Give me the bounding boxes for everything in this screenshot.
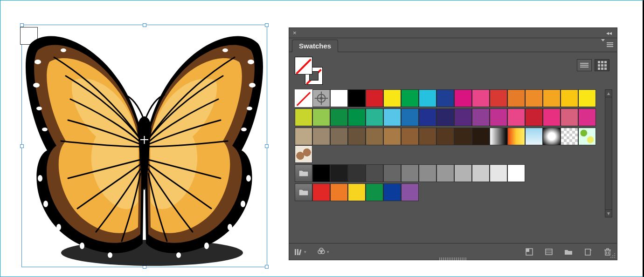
swatch-brown3[interactable] <box>366 128 383 145</box>
swatch-gray45[interactable] <box>419 164 436 182</box>
collapse-icon[interactable]: ◂◂ <box>605 30 613 36</box>
panel-topbar[interactable]: × ◂◂ <box>289 28 617 38</box>
swatch-red[interactable] <box>366 89 383 107</box>
panel-scrollbar[interactable]: ▲ ▼ <box>605 89 612 217</box>
swatch-gray80[interactable] <box>348 164 366 182</box>
swatch-white2[interactable] <box>507 164 525 182</box>
swatch-br-orange[interactable] <box>330 183 348 201</box>
swatch-rose[interactable] <box>472 89 490 107</box>
swatch-red3[interactable] <box>525 108 543 126</box>
swatch-amber[interactable] <box>543 89 561 107</box>
swatch-brown2[interactable] <box>348 128 366 145</box>
panel-body: ▲ ▼ <box>289 52 617 243</box>
swatch-violet[interactable] <box>472 108 490 126</box>
swatch-magenta2[interactable] <box>578 108 596 126</box>
grid-view-button[interactable] <box>595 59 609 71</box>
swatch-pink[interactable] <box>507 108 525 126</box>
svg-point-1 <box>35 60 41 64</box>
swatch-teal[interactable] <box>366 108 383 126</box>
swatch-navy[interactable] <box>419 108 436 126</box>
swatch-br-yellow[interactable] <box>348 183 366 201</box>
swatch-brown7[interactable] <box>436 128 454 145</box>
swatch-registration[interactable] <box>312 89 330 107</box>
swatch-purple[interactable] <box>454 108 472 126</box>
tab-label: Swatches <box>299 42 331 50</box>
swatch-orange[interactable] <box>507 89 525 107</box>
swatch-chartreuse[interactable] <box>295 108 312 126</box>
swatch-checker[interactable] <box>561 128 578 145</box>
close-icon[interactable]: × <box>293 30 297 36</box>
swatch-yellow[interactable] <box>383 89 401 107</box>
swatch-gray50[interactable] <box>401 164 419 182</box>
swatch-grad-radial[interactable] <box>543 128 561 145</box>
swatch-gray90[interactable] <box>330 164 348 182</box>
swatch-grad-warm[interactable] <box>507 128 525 145</box>
swatch-cyan[interactable] <box>419 89 436 107</box>
swatch-orange2[interactable] <box>525 89 543 107</box>
swatch-folder-bright[interactable] <box>295 183 312 201</box>
swatch-fuchsia[interactable] <box>490 108 507 126</box>
swatch-sky[interactable] <box>383 108 401 126</box>
svg-point-8 <box>43 201 48 207</box>
panel-menu-icon[interactable] <box>604 41 613 49</box>
swatch-coral[interactable] <box>561 108 578 126</box>
swatch-brown4[interactable] <box>383 128 401 145</box>
swatch-brown6[interactable] <box>419 128 436 145</box>
swatch-gold[interactable] <box>561 89 578 107</box>
swatch-br-blue[interactable] <box>383 183 401 201</box>
tab-swatches[interactable]: Swatches <box>292 40 338 52</box>
swatch-pattern-swirl[interactable] <box>295 145 312 163</box>
swatch-gray10[interactable] <box>490 164 507 182</box>
swatch-yellow2[interactable] <box>578 89 596 107</box>
swatch-gray30[interactable] <box>454 164 472 182</box>
swatch-tan1[interactable] <box>295 128 312 145</box>
panel-drag-handle[interactable] <box>439 257 467 260</box>
swatch-brown5[interactable] <box>401 128 419 145</box>
swatch-tan2[interactable] <box>312 128 330 145</box>
swatch-brown8[interactable] <box>454 128 472 145</box>
svg-rect-50 <box>607 249 609 250</box>
swatch-none[interactable] <box>295 89 312 107</box>
resize-grip-icon[interactable] <box>609 252 616 259</box>
swatch-magenta[interactable] <box>454 89 472 107</box>
swatch-green2[interactable] <box>330 108 348 126</box>
new-group-button[interactable] <box>544 247 554 257</box>
butterfly-illustration[interactable] <box>21 25 267 267</box>
svg-rect-36 <box>298 249 301 255</box>
scroll-up-icon[interactable]: ▲ <box>605 90 612 97</box>
swatch-green[interactable] <box>401 89 419 107</box>
swatch-folder-gray[interactable] <box>295 164 312 182</box>
swatch-hotpink[interactable] <box>543 108 561 126</box>
swatch-br-violet[interactable] <box>401 183 419 201</box>
swatch-grad-linear[interactable] <box>490 128 507 145</box>
swatch-blue2[interactable] <box>401 108 419 126</box>
swatch-black[interactable] <box>348 89 366 107</box>
folder-icon[interactable] <box>564 247 573 257</box>
list-view-button[interactable] <box>577 59 592 71</box>
swatch-indigo[interactable] <box>436 108 454 126</box>
new-swatch-button[interactable] <box>583 247 593 257</box>
swatch-green3[interactable] <box>348 108 366 126</box>
swatch-white[interactable] <box>330 89 348 107</box>
fill-swatch[interactable] <box>295 57 312 74</box>
swatch-grad-sky[interactable] <box>525 128 543 145</box>
fill-stroke-indicator[interactable] <box>295 57 324 86</box>
swatch-gray70[interactable] <box>366 164 383 182</box>
swatch-lime[interactable] <box>312 108 330 126</box>
artboard-selection[interactable] <box>21 25 267 267</box>
swatch-pattern-green[interactable] <box>578 128 596 145</box>
swatch-gray40[interactable] <box>436 164 454 182</box>
swatch-blue[interactable] <box>436 89 454 107</box>
swatch-br-green[interactable] <box>366 183 383 201</box>
swatch-red2[interactable] <box>490 89 507 107</box>
scroll-down-icon[interactable]: ▼ <box>605 209 612 217</box>
swatch-options-button[interactable] <box>525 247 534 257</box>
swatch-br-red[interactable] <box>312 183 330 201</box>
swatch-black2[interactable] <box>312 164 330 182</box>
swatch-brown9[interactable] <box>472 128 490 145</box>
swatch-kinds-button[interactable]: ▾ <box>317 247 329 257</box>
swatch-gray60[interactable] <box>383 164 401 182</box>
swatch-libraries-button[interactable]: ▾ <box>294 247 306 257</box>
swatch-gray20[interactable] <box>472 164 490 182</box>
swatch-brown1[interactable] <box>330 128 348 145</box>
